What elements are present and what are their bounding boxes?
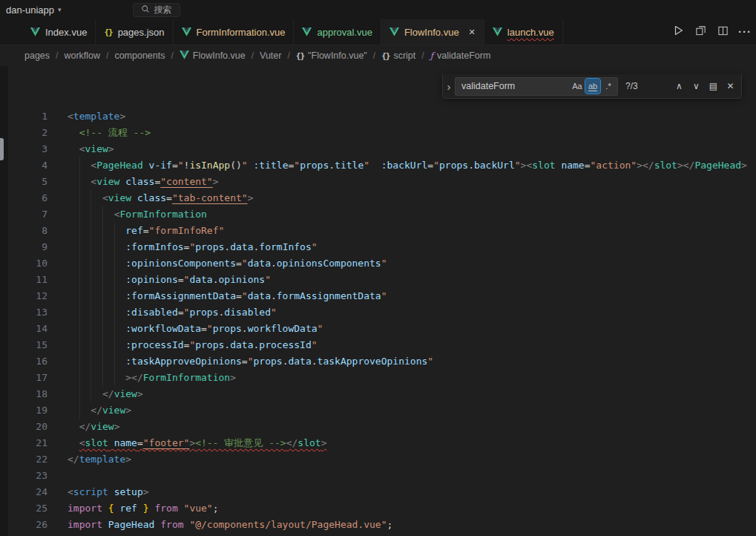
regex-button[interactable]: .*	[601, 79, 616, 94]
tab[interactable]: Index.vue	[22, 19, 96, 45]
next-match-button[interactable]: ∨	[688, 79, 704, 94]
search-box[interactable]: 搜索	[133, 3, 180, 17]
line-number[interactable]: 24	[0, 484, 47, 500]
line-content[interactable]: <view class="tab-content">	[68, 190, 756, 206]
code-line[interactable]: 11 :opinions="data.opinions"	[0, 272, 756, 288]
line-number[interactable]: 5	[0, 174, 47, 190]
more-actions-button[interactable]: ···	[735, 22, 755, 42]
line-number[interactable]: 20	[0, 419, 47, 435]
tab[interactable]: {} pages.json	[96, 19, 173, 45]
line-number[interactable]: 3	[0, 141, 47, 157]
line-number[interactable]: 21	[0, 435, 47, 451]
line-number[interactable]: 22	[0, 451, 47, 468]
line-number[interactable]: 4	[0, 157, 47, 174]
code-line[interactable]: 22 </template>	[0, 451, 756, 468]
code-line[interactable]: 3 <view>	[0, 141, 756, 157]
tab[interactable]: FormInformation.vue	[174, 19, 295, 45]
line-number[interactable]: 26	[0, 517, 47, 533]
match-case-button[interactable]: Aa	[570, 79, 585, 94]
line-number[interactable]: 12	[0, 288, 47, 304]
line-content[interactable]: :opinionsComponents="data.opinionsCompon…	[68, 255, 756, 272]
breadcrumb-item[interactable]: components	[114, 50, 165, 61]
code-line[interactable]: 4 <PageHead v-if="!isInApp()" :title="pr…	[0, 157, 756, 174]
breadcrumb-item[interactable]: pages	[24, 50, 50, 61]
tab[interactable]: launch.vue	[484, 19, 563, 45]
line-number[interactable]: 17	[0, 370, 47, 386]
line-content[interactable]: import { ref } from "vue";	[68, 500, 756, 517]
code-line[interactable]: 25 import { ref } from "vue";	[0, 500, 756, 517]
line-content[interactable]: <slot name="footer"><!-- 审批意见 --></slot>	[68, 435, 756, 451]
code-line[interactable]: 26 import PageHead from "@/components/la…	[0, 517, 756, 533]
code-line[interactable]: 20 </view>	[0, 419, 756, 435]
breadcrumb-item[interactable]: Vuter	[260, 50, 281, 61]
code-area[interactable]: 1 <template> 2 <!-- 流程 --> 3 <view> 4 <P…	[0, 66, 756, 536]
line-content[interactable]: </template>	[68, 451, 756, 468]
breadcrumb-item[interactable]: {} script	[381, 50, 415, 61]
line-number[interactable]: 9	[0, 239, 47, 255]
line-content[interactable]: <view>	[68, 141, 756, 157]
code-line[interactable]: 13 :disabled="props.disabled"	[0, 304, 756, 321]
line-number[interactable]: 19	[0, 402, 47, 419]
code-line[interactable]: 2 <!-- 流程 -->	[0, 125, 756, 141]
code-line[interactable]: 9 :formInfos="props.data.formInfos"	[0, 239, 756, 255]
find-input[interactable]	[461, 81, 569, 91]
line-content[interactable]: </view>	[68, 402, 756, 419]
line-content[interactable]: :disabled="props.disabled"	[68, 304, 756, 321]
split-editor-button[interactable]	[713, 22, 732, 42]
breadcrumb-item[interactable]: ƒ validateForm	[430, 50, 491, 61]
code-line[interactable]: 6 <view class="tab-content">	[0, 190, 756, 206]
breadcrumb-item[interactable]: FlowInfo.vue	[180, 50, 246, 62]
code-line[interactable]: 19 </view>	[0, 402, 756, 419]
line-content[interactable]: :workflowData="props.workflowData"	[68, 321, 756, 337]
code-line[interactable]: 15 :processId="props.data.processId"	[0, 337, 756, 353]
line-number[interactable]: 11	[0, 272, 47, 288]
close-icon[interactable]: ✕	[469, 27, 476, 37]
whole-word-button[interactable]: ab	[585, 79, 600, 94]
line-number[interactable]: 15	[0, 337, 47, 353]
code-line[interactable]: 24 <script setup>	[0, 484, 756, 500]
line-content[interactable]: :formAssignmentData="data.formAssignment…	[68, 288, 756, 304]
line-content[interactable]: ref="formInfoRef"	[68, 223, 756, 239]
line-content[interactable]: <!-- 流程 -->	[68, 125, 756, 141]
line-content[interactable]: <PageHead v-if="!isInApp()" :title="prop…	[68, 157, 756, 174]
code-line[interactable]: 8 ref="formInfoRef"	[0, 223, 756, 239]
line-content[interactable]: :processId="props.data.processId"	[68, 337, 756, 353]
code-line[interactable]: 7 <FormInformation	[0, 206, 756, 223]
line-number[interactable]: 23	[0, 468, 47, 484]
code-line[interactable]: 10 :opinionsComponents="data.opinionsCom…	[0, 255, 756, 272]
line-content[interactable]: <template>	[68, 108, 756, 125]
line-content[interactable]: </view>	[68, 386, 756, 402]
toggle-replace-button[interactable]: ›	[443, 74, 455, 98]
close-button[interactable]: ✕	[723, 79, 738, 94]
code-line[interactable]: 5 <view class="content">	[0, 174, 756, 190]
code-line[interactable]: 14 :workflowData="props.workflowData"	[0, 321, 756, 337]
line-number[interactable]: 14	[0, 321, 47, 337]
run-button[interactable]	[668, 22, 688, 42]
code-line[interactable]: 23	[0, 468, 756, 484]
line-content[interactable]: :formInfos="props.data.formInfos"	[68, 239, 756, 255]
line-content[interactable]: :opinions="data.opinions"	[68, 272, 756, 288]
breadcrumb-item[interactable]: {} "FlowInfo.vue"	[296, 50, 367, 61]
line-content[interactable]: ></FormInformation>	[68, 370, 756, 386]
line-content[interactable]: <view class="content">	[68, 174, 756, 190]
line-number[interactable]: 25	[0, 500, 47, 517]
line-number[interactable]: 13	[0, 304, 47, 321]
line-number[interactable]: 2	[0, 125, 47, 141]
open-changes-button[interactable]	[691, 22, 710, 42]
line-content[interactable]	[68, 468, 756, 484]
code-line[interactable]: 1 <template>	[0, 108, 756, 125]
line-number[interactable]: 7	[0, 206, 47, 223]
line-content[interactable]: <FormInformation	[68, 206, 756, 223]
line-content[interactable]: <script setup>	[68, 484, 756, 500]
code-line[interactable]: 17 ></FormInformation>	[0, 370, 756, 386]
breadcrumb-item[interactable]: workflow	[64, 50, 100, 61]
previous-match-button[interactable]: ∧	[671, 79, 687, 94]
line-content[interactable]: </view>	[68, 419, 756, 435]
line-number[interactable]: 6	[0, 190, 47, 206]
find-in-selection-button[interactable]: ▤	[706, 79, 721, 94]
line-number[interactable]: 16	[0, 353, 47, 370]
line-content[interactable]: :taskApproveOpinions="props.data.taskApp…	[68, 353, 756, 370]
line-number[interactable]: 10	[0, 255, 47, 272]
code-line[interactable]: 21 <slot name="footer"><!-- 审批意见 --></sl…	[0, 435, 756, 451]
code-line[interactable]: 18 </view>	[0, 386, 756, 402]
